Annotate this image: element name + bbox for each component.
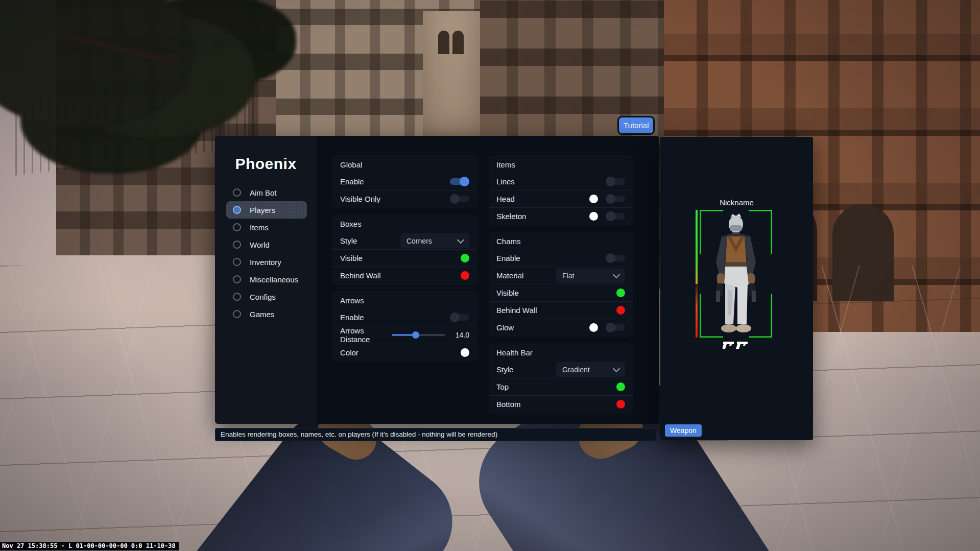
behind-wall-color-swatch[interactable] [616, 306, 625, 315]
sidebar-item-label: Items [250, 223, 269, 232]
top-color-swatch[interactable] [616, 382, 625, 391]
esp-preview-panel: Nickname [660, 137, 813, 440]
sidebar-item-world[interactable]: World [226, 236, 307, 253]
sidebar-item-aim-bot[interactable]: Aim Bot [226, 184, 307, 201]
weapon-label[interactable]: Weapon [665, 424, 702, 437]
style-dropdown[interactable]: Gradient [556, 362, 625, 377]
row-controls [450, 178, 469, 185]
row-controls [616, 382, 625, 391]
settings-column-2: ItemsLinesHeadSkeletonChamsEnableMateria… [489, 155, 633, 420]
section-title: Chams [489, 233, 633, 250]
settings-row: Enable [332, 173, 477, 190]
row-controls [616, 289, 625, 297]
toggle-knob [606, 253, 615, 263]
tutorial-button[interactable]: Tutorial [619, 117, 653, 133]
lines-toggle[interactable] [606, 178, 625, 185]
section-chams: ChamsEnableMaterialFlatVisibleBehind Wal… [489, 232, 633, 337]
material-dropdown[interactable]: Flat [556, 268, 625, 283]
top-label: Top [496, 382, 509, 391]
skeleton-color-swatch[interactable] [589, 212, 598, 221]
toggle-knob [606, 177, 615, 186]
sidebar-item-miscellaneous[interactable]: Miscellaneous [226, 271, 307, 288]
dual-pistols-icon [723, 340, 749, 349]
settings-row: MaterialFlat [489, 267, 633, 284]
sidebar-item-label: World [250, 241, 270, 249]
enable-toggle[interactable] [450, 314, 469, 321]
glow-color-swatch[interactable] [589, 323, 598, 332]
color-color-swatch[interactable] [461, 348, 469, 357]
radio-icon [233, 188, 241, 197]
row-controls [589, 195, 625, 203]
behind-wall-label: Behind Wall [496, 306, 537, 315]
debug-console-line: Nov 27 15:38:55 - L 01-00-00-00-00 0:0 1… [0, 542, 179, 550]
radio-icon [233, 206, 241, 214]
row-controls: 14.0 [392, 331, 469, 339]
head-label: Head [496, 195, 515, 203]
section-title: Items [489, 156, 633, 173]
skeleton-toggle[interactable] [606, 213, 625, 220]
sidebar-item-players[interactable]: Players [226, 201, 307, 219]
toggle-knob [460, 177, 469, 186]
enable-label: Enable [496, 254, 520, 262]
radio-icon [233, 310, 241, 318]
esp-demo [700, 210, 772, 338]
arrows-distance-label: Arrows Distance [340, 326, 392, 344]
row-controls: Flat [556, 268, 625, 283]
settings-row: Enable [489, 250, 633, 267]
sidebar: Phoenix Aim BotPlayersItemsWorldInventor… [215, 136, 317, 424]
skeleton-label: Skeleton [496, 212, 526, 221]
visible-only-label: Visible Only [340, 195, 380, 203]
enable-label: Enable [340, 177, 364, 186]
settings-row: Bottom [489, 395, 633, 413]
style-dropdown[interactable]: Corners [400, 233, 469, 248]
enable-toggle[interactable] [606, 255, 625, 261]
settings-column-1: GlobalEnableVisible OnlyBoxesStyleCorner… [332, 155, 477, 368]
color-label: Color [340, 348, 358, 357]
slider-thumb[interactable] [412, 331, 419, 339]
toggle-knob [606, 194, 615, 204]
visible-color-swatch[interactable] [616, 289, 625, 297]
toggle-knob [606, 211, 615, 221]
chevron-down-icon [613, 271, 620, 278]
sidebar-item-configs[interactable]: Configs [226, 288, 307, 305]
material-label: Material [496, 271, 523, 280]
visible-only-toggle[interactable] [450, 196, 469, 202]
enable-toggle[interactable] [450, 178, 469, 185]
section-items: ItemsLinesHeadSkeleton [489, 155, 633, 226]
glow-toggle[interactable] [606, 324, 625, 331]
settings-row: Top [489, 378, 633, 395]
sidebar-item-games[interactable]: Games [226, 305, 307, 323]
row-controls [616, 306, 625, 315]
behind-wall-label: Behind Wall [340, 271, 380, 280]
bottom-color-swatch[interactable] [616, 400, 625, 409]
head-color-swatch[interactable] [589, 195, 598, 203]
row-controls [450, 314, 469, 321]
arrows-distance-slider[interactable] [392, 334, 445, 336]
row-controls [589, 212, 625, 221]
sidebar-item-label: Configs [250, 293, 276, 301]
section-global: GlobalEnableVisible Only [332, 155, 477, 208]
settings-row: Visible [489, 284, 633, 301]
sidebar-item-items[interactable]: Items [226, 219, 307, 236]
radio-icon [233, 241, 241, 249]
settings-row: Behind Wall [332, 267, 477, 284]
section-title: Health Bar [489, 344, 633, 361]
toggle-knob [606, 323, 615, 332]
settings-row: StyleCorners [332, 232, 477, 249]
radio-icon [233, 258, 241, 266]
bottom-label: Bottom [496, 400, 521, 409]
sidebar-nav: Aim BotPlayersItemsWorldInventoryMiscell… [215, 184, 317, 323]
visible-color-swatch[interactable] [461, 254, 469, 262]
settings-row: Color [332, 344, 477, 361]
player-model [705, 213, 767, 338]
settings-row: Glow [489, 319, 633, 336]
behind-wall-color-swatch[interactable] [461, 271, 469, 280]
head-toggle[interactable] [606, 196, 625, 202]
settings-row: Visible [332, 249, 477, 267]
style-label: Style [496, 365, 513, 374]
settings-row: Enable [332, 309, 477, 326]
dropdown-value: Corners [407, 237, 432, 245]
sidebar-item-label: Miscellaneous [250, 275, 298, 284]
row-controls: Corners [400, 233, 469, 248]
sidebar-item-inventory[interactable]: Inventory [226, 253, 307, 271]
